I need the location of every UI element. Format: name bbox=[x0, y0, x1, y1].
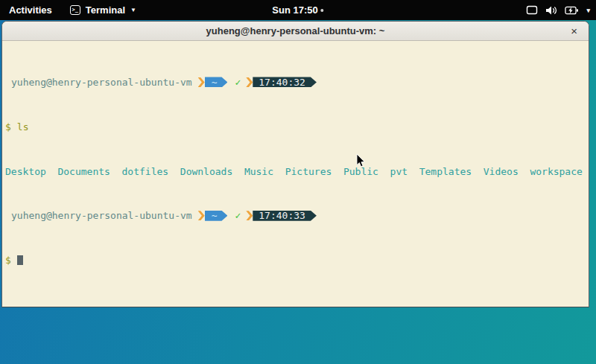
time-segment: 17:40:33 bbox=[253, 211, 317, 221]
battery-charging-icon bbox=[565, 6, 579, 15]
prompt-user-host: yuheng@henry-personal-ubuntu-vm bbox=[11, 210, 192, 221]
terminal-icon: >_ bbox=[70, 5, 80, 15]
powerline-separator-icon bbox=[246, 211, 253, 220]
time-segment: 17:40:32 bbox=[253, 77, 317, 87]
prompt-line: yuheng@henry-personal-ubuntu-vm ~ ✓ 17:4… bbox=[5, 77, 586, 88]
window-title: yuheng@henry-personal-ubuntu-vm: ~ bbox=[206, 25, 385, 36]
tray-chevron-down-icon: ▾ bbox=[586, 7, 590, 14]
terminal-content[interactable]: yuheng@henry-personal-ubuntu-vm ~ ✓ 17:4… bbox=[2, 41, 589, 301]
ls-output: Desktop Documents dotfiles Downloads Mus… bbox=[5, 166, 586, 177]
status-check-icon: ✓ bbox=[235, 77, 241, 88]
window-titlebar[interactable]: yuheng@henry-personal-ubuntu-vm: ~ × bbox=[2, 22, 589, 41]
chevron-down-icon: ▼ bbox=[130, 7, 136, 13]
cwd-segment: ~ bbox=[205, 77, 228, 87]
screen-icon bbox=[526, 5, 538, 15]
clock-button[interactable]: Sun 17:50 bbox=[272, 0, 323, 20]
text-cursor bbox=[17, 255, 23, 265]
activities-button[interactable]: Activities bbox=[3, 0, 58, 20]
terminal-window: yuheng@henry-personal-ubuntu-vm: ~ × yuh… bbox=[1, 21, 589, 307]
prompt-symbol: $ bbox=[5, 121, 11, 132]
top-bar: Activities >_ Terminal ▼ Sun 17:50 ▾ bbox=[0, 0, 596, 20]
powerline-separator-icon bbox=[246, 77, 253, 87]
notification-dot-icon bbox=[321, 9, 324, 12]
powerline-separator-icon bbox=[198, 211, 205, 220]
cwd-segment: ~ bbox=[205, 211, 228, 221]
clock-label: Sun 17:50 bbox=[272, 4, 317, 16]
prompt-user-host: yuheng@henry-personal-ubuntu-vm bbox=[11, 77, 192, 88]
close-button[interactable]: × bbox=[567, 22, 581, 41]
app-menu-label: Terminal bbox=[86, 4, 125, 16]
volume-icon bbox=[545, 5, 557, 16]
powerline-separator-icon bbox=[198, 77, 205, 87]
prompt-symbol: $ bbox=[5, 255, 11, 266]
status-check-icon: ✓ bbox=[235, 210, 241, 221]
app-menu-button[interactable]: >_ Terminal ▼ bbox=[64, 0, 142, 20]
command-line: $ ls bbox=[5, 121, 586, 132]
prompt-line: yuheng@henry-personal-ubuntu-vm ~ ✓ 17:4… bbox=[5, 210, 586, 221]
typed-command: ls bbox=[17, 121, 29, 132]
system-tray-button[interactable]: ▾ bbox=[526, 0, 590, 20]
input-line[interactable]: $ bbox=[5, 255, 586, 266]
